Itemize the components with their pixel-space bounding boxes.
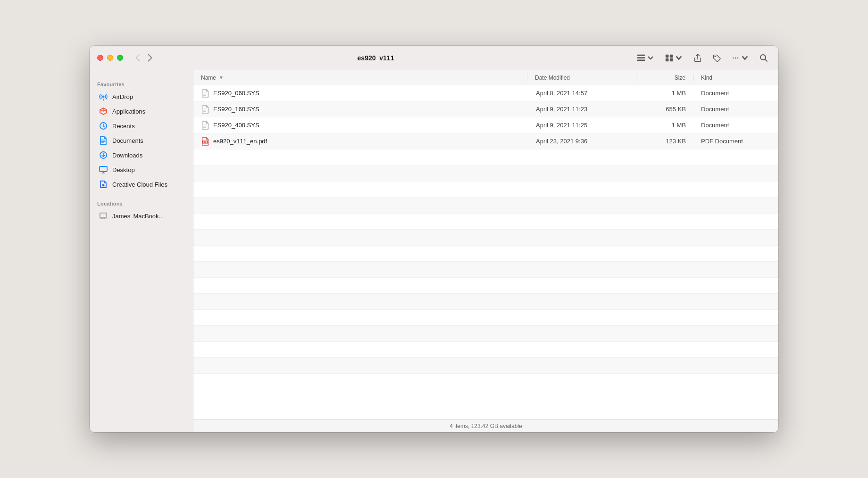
empty-row (193, 326, 778, 342)
search-button[interactable] (757, 52, 771, 64)
downloads-icon (99, 151, 108, 159)
file-name: ES920_400.SYS (213, 122, 259, 129)
empty-row (193, 181, 778, 198)
tag-button[interactable] (709, 52, 724, 64)
file-size-cell: 1 MB (637, 122, 693, 129)
file-size-cell: 123 KB (637, 138, 693, 145)
sidebar-item-desktop[interactable]: Desktop (92, 163, 191, 177)
favourites-label: Favourites (90, 78, 193, 89)
locations-label: Locations (90, 197, 193, 208)
sidebar-item-label: Desktop (112, 166, 135, 173)
sidebar-item-macbook[interactable]: James' MacBook... (92, 209, 191, 223)
table-row[interactable]: PDF es920_v111_en.pdf April 23, 2021 9:3… (193, 133, 778, 149)
sidebar-item-label: Documents (112, 137, 143, 144)
minimize-button[interactable] (107, 55, 113, 61)
date-label: Date Modified (535, 74, 570, 81)
svg-point-15 (102, 184, 105, 187)
sidebar-item-applications[interactable]: Applications (92, 104, 191, 118)
col-size-header[interactable]: Size (636, 74, 693, 81)
status-bar: 4 items, 123.42 GB available (193, 419, 778, 432)
file-icon (201, 105, 209, 114)
sidebar-item-creative-cloud[interactable]: Creative Cloud Files (92, 177, 191, 191)
sidebar-item-label: Downloads (112, 152, 142, 159)
sidebar-item-label: AirDrop (112, 93, 133, 100)
airdrop-icon (99, 92, 108, 101)
kind-label: Kind (701, 74, 712, 81)
sidebar-item-label: Creative Cloud Files (112, 181, 167, 188)
file-name-cell: ES920_060.SYS (193, 89, 528, 98)
file-size-cell: 1 MB (637, 90, 693, 97)
sidebar-item-label: Recents (112, 123, 135, 130)
col-kind-header[interactable]: Kind (693, 74, 778, 81)
empty-row (193, 342, 778, 358)
file-name: ES920_160.SYS (213, 106, 259, 113)
file-date-cell: April 23, 2021 9:36 (528, 138, 637, 145)
applications-icon (99, 107, 108, 115)
sidebar: Favourites AirDrop (90, 70, 193, 432)
file-icon (201, 121, 209, 130)
file-date-cell: April 9, 2021 11:23 (528, 106, 637, 113)
svg-point-7 (715, 56, 716, 57)
close-button[interactable] (97, 55, 103, 61)
sidebar-item-recents[interactable]: Recents (92, 119, 191, 133)
finder-window: es920_v111 (90, 46, 778, 432)
file-name: es920_v111_en.pdf (213, 138, 267, 145)
empty-row (193, 149, 778, 165)
file-name-cell: ES920_400.SYS (193, 121, 528, 130)
size-label: Size (675, 74, 685, 81)
column-header: Name ▼ Date Modified Size Kind (193, 70, 778, 85)
file-kind-cell: Document (693, 122, 778, 129)
macbook-icon (99, 212, 108, 220)
svg-rect-0 (637, 54, 645, 56)
more-button[interactable] (728, 52, 752, 64)
table-row[interactable]: ES920_160.SYS April 9, 2021 11:23 655 KB… (193, 101, 778, 117)
empty-row (193, 198, 778, 214)
status-text: 4 items, 123.42 GB available (450, 423, 522, 429)
file-name-cell: ES920_160.SYS (193, 105, 528, 114)
empty-row (193, 246, 778, 262)
file-kind-cell: Document (693, 90, 778, 97)
svg-point-9 (735, 57, 736, 58)
svg-rect-14 (100, 166, 107, 172)
file-kind-cell: Document (693, 106, 778, 113)
file-area: Name ▼ Date Modified Size Kind (193, 70, 778, 432)
svg-point-10 (737, 57, 738, 58)
empty-row (193, 294, 778, 310)
table-row[interactable]: ES920_060.SYS April 8, 2021 14:57 1 MB D… (193, 85, 778, 101)
svg-rect-4 (670, 54, 673, 58)
svg-point-8 (733, 57, 734, 58)
col-date-header[interactable]: Date Modified (527, 74, 636, 81)
grid-view-button[interactable] (662, 52, 686, 64)
empty-row (193, 310, 778, 326)
svg-rect-5 (666, 58, 669, 61)
empty-row (193, 278, 778, 294)
share-button[interactable] (691, 52, 705, 64)
sidebar-item-downloads[interactable]: Downloads (92, 148, 191, 162)
svg-rect-3 (666, 54, 669, 58)
file-kind-cell: PDF Document (693, 138, 778, 145)
documents-icon (99, 136, 108, 145)
toolbar-right (634, 52, 771, 64)
sidebar-item-documents[interactable]: Documents (92, 133, 191, 148)
file-date-cell: April 8, 2021 14:57 (528, 90, 637, 97)
col-name-header[interactable]: Name ▼ (193, 74, 527, 81)
sidebar-item-label: James' MacBook... (112, 213, 164, 220)
desktop-icon (99, 165, 108, 174)
file-date-cell: April 9, 2021 11:25 (528, 122, 637, 129)
svg-rect-16 (100, 213, 107, 217)
empty-row (193, 358, 778, 374)
svg-rect-6 (670, 58, 673, 61)
sidebar-item-airdrop[interactable]: AirDrop (92, 90, 191, 104)
maximize-button[interactable] (117, 55, 123, 61)
creative-cloud-icon (99, 180, 108, 189)
file-size-cell: 655 KB (637, 106, 693, 113)
file-list: ES920_060.SYS April 8, 2021 14:57 1 MB D… (193, 85, 778, 419)
table-row[interactable]: ES920_400.SYS April 9, 2021 11:25 1 MB D… (193, 117, 778, 133)
list-view-button[interactable] (634, 52, 658, 64)
svg-point-11 (760, 55, 766, 60)
empty-row (193, 214, 778, 230)
traffic-lights (97, 55, 123, 61)
empty-row (193, 262, 778, 278)
svg-rect-1 (637, 57, 645, 58)
file-icon (201, 89, 209, 98)
